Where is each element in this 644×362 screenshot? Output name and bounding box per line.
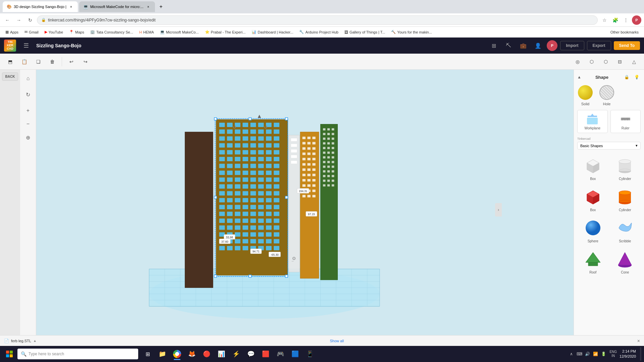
battery-icon[interactable]: 🔋 [600,351,607,357]
bookmark-arduino[interactable]: 🔧 Arduino Project Hub [297,28,341,36]
svg-rect-255 [323,180,325,182]
show-desktop-button[interactable] [640,347,641,361]
home-icon[interactable]: ⌂ [22,72,34,84]
bookmark-other[interactable]: Other bookmarks [608,29,641,36]
taskbar-search-box[interactable]: 🔍 Type here to search [17,349,138,359]
topbar-icon-3[interactable]: 💼 [517,40,529,52]
zoom-in-icon[interactable]: + [22,105,34,117]
hamburger-icon[interactable]: ☰ [20,40,32,52]
shape-cylinder-white[interactable]: Cylinder [611,154,640,182]
shapes-dropdown[interactable]: Basic Shapes ▾ [577,142,641,149]
download-chevron-icon[interactable]: ▲ [33,339,37,343]
bookmark-apps[interactable]: ▦ Apps [3,28,21,36]
view-icon-2[interactable]: ⬡ [586,56,598,68]
topbar-icon-1[interactable]: ⊞ [488,40,500,52]
bookmark-tcs[interactable]: 🏢 Tata Consultancy Se... [88,28,136,36]
shape-scribble[interactable]: Scribble [611,217,640,244]
chrome-button[interactable] [170,347,184,361]
app-blue-button[interactable]: 🟦 [288,347,302,361]
light-icon-panel[interactable]: 💡 [633,73,641,81]
refresh-button[interactable]: ↻ [25,15,35,25]
arduino-button[interactable]: ⚡ [229,347,243,361]
ruler-card[interactable]: Ruler [610,110,641,133]
back-button-tc[interactable]: BACK [2,72,18,81]
duplicate-button[interactable]: ❏ [32,56,44,68]
svg-rect-197 [303,158,306,160]
tab-makecode[interactable]: 💻 Microsoft MakeCode for micro:... × [79,1,155,12]
bookmark-hema[interactable]: H HEMA [137,29,157,36]
user-avatar[interactable]: P [632,15,641,25]
bookmark-youtube[interactable]: ▶ YouTube [42,28,66,36]
import-button[interactable]: Import [560,41,584,50]
bookmark-gmail[interactable]: ✉ Gmail [22,28,41,36]
extension-icon[interactable]: 🧩 [610,15,620,25]
app-mobile-button[interactable]: 📱 [303,347,317,361]
more-icon[interactable]: ⋮ [621,15,631,25]
tab-close-2[interactable]: × [146,4,151,9]
clock-display[interactable]: 2:14 PM 12/9/2020 [620,349,636,359]
delete-button[interactable]: 🗑 [46,56,58,68]
address-bar[interactable]: 🔒 tinkercad.com/things/4iPFyG9m7cw-sizzl… [37,15,598,25]
lock-icon-panel[interactable]: 🔒 [623,73,631,81]
bookmark-icon[interactable]: ☆ [600,15,609,25]
tinkercad-logo[interactable]: TINKERCAD [4,40,16,52]
paste-button[interactable]: 📋 [18,56,30,68]
undo-button[interactable]: ↩ [65,56,77,68]
tab-tinkercad[interactable]: 🎨 3D design Sizzling Sango-Bojo | × [3,1,78,12]
topbar-avatar[interactable]: P [547,40,557,51]
copy-button[interactable]: ⬒ [4,56,16,68]
bookmark-gallery[interactable]: 🖼 Gallery of Things | T... [342,29,388,36]
workplane-card[interactable]: Workplane [577,110,608,133]
app-square-button[interactable]: 🟥 [259,347,272,361]
bookmark-maps[interactable]: 📍 Maps [66,28,87,36]
svg-rect-77 [243,164,248,168]
download-bar-close-icon[interactable]: × [637,338,640,344]
back-button[interactable]: ← [3,15,12,25]
topbar-user-icon[interactable]: 👤 [532,40,544,52]
topbar-icon-2[interactable]: ⛏ [502,40,515,52]
zoom-out-icon[interactable]: − [22,118,34,130]
rotate-icon[interactable]: ↻ [22,88,34,101]
shapes-dropdown-header[interactable]: Basic Shapes ▾ [577,142,641,149]
redo-button[interactable]: ↪ [79,56,92,68]
slack-button[interactable]: 💬 [244,347,258,361]
canvas-area[interactable]: ▲ ↺ ↺ 194.31 97.15 55.98 37.60 [36,70,574,350]
fit-icon[interactable]: ⊕ [22,131,34,143]
volume-icon[interactable]: 🔊 [584,351,591,357]
start-button[interactable] [3,347,16,361]
sendto-button[interactable]: Send To [614,41,640,50]
new-tab-button[interactable]: + [156,2,166,11]
network-icon[interactable]: 📶 [592,351,599,357]
tab-close-1[interactable]: × [68,4,74,9]
bookmark-makecode[interactable]: 💻 Microsoft MakeCo... [157,28,202,36]
keyboard-icon[interactable]: ⌨ [576,351,583,357]
triangle-icon[interactable]: △ [628,56,640,68]
panel-expand-arrow[interactable]: › [495,203,502,217]
bookmark-yours[interactable]: 🔨 Yours for the makin... [388,28,435,36]
align-icon[interactable]: ⊟ [614,56,626,68]
language-indicator[interactable]: ENGIN [609,350,617,358]
shape-sphere-blue[interactable]: Sphere [579,217,607,244]
view-icon-3[interactable]: ⬡ [600,56,612,68]
show-all-button[interactable]: Show all [330,339,344,343]
caret-icon[interactable]: ∧ [568,351,575,357]
explorer-button[interactable]: 📁 [156,347,169,361]
solid-type[interactable]: Solid [577,84,593,106]
shape-cone-purple[interactable]: Cone [611,248,640,276]
powerpoint-button[interactable]: 📊 [215,347,228,361]
bookmark-dashboard[interactable]: 📊 Dashboard | Hacker... [249,28,296,36]
app-game-button[interactable]: 🎮 [274,347,287,361]
export-button[interactable]: Export [587,41,611,50]
hole-type[interactable]: Hole [599,84,615,106]
shape-roof-green[interactable]: Roof [579,248,607,276]
firefox-button[interactable]: 🦊 [185,347,199,361]
shape-box-red[interactable]: Box [579,185,607,213]
taskview-button[interactable]: ⊞ [141,347,154,361]
bookmark-prabal[interactable]: ⭐ Prabal - The Experi... [202,28,249,36]
app-red-button[interactable]: 🔴 [200,347,213,361]
shape-cylinder-orange[interactable]: Cylinder [611,185,640,213]
up-arrow-icon[interactable]: ▲ [577,75,581,79]
shape-box-white[interactable]: Box [579,154,607,182]
forward-button[interactable]: → [14,15,23,25]
view-icon-1[interactable]: ◎ [572,56,584,68]
